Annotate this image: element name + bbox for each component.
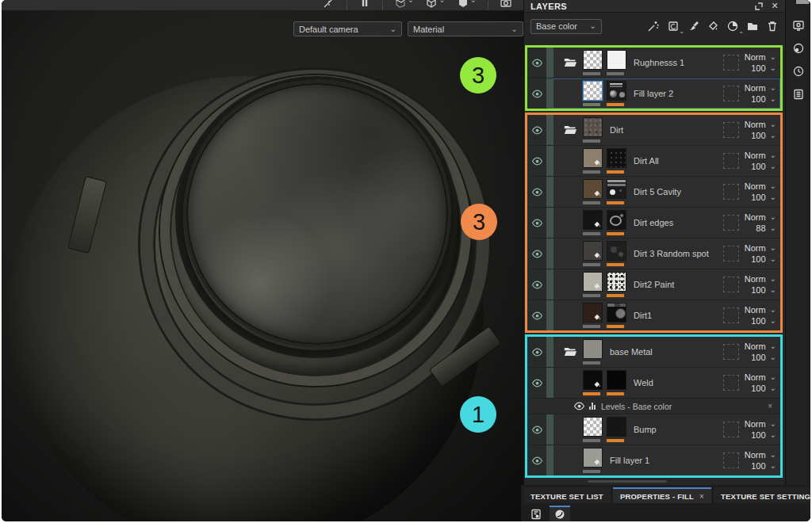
opacity-value[interactable]: 100⌄ (751, 353, 776, 362)
opacity-value[interactable]: 100⌄ (751, 286, 776, 295)
eye-icon[interactable] (573, 400, 585, 412)
layer-thumbnail[interactable] (607, 148, 626, 168)
blend-mode-select[interactable]: Norm⌄ (745, 213, 776, 222)
trash-icon[interactable] (766, 20, 779, 32)
opacity-value[interactable]: 100⌄ (751, 162, 776, 171)
blend-mode-select[interactable]: Norm⌄ (745, 306, 776, 315)
layer-thumbnail[interactable] (583, 241, 603, 261)
opacity-value[interactable]: 88⌄ (756, 224, 776, 233)
blend-mode-select[interactable]: Norm⌄ (745, 420, 776, 429)
opacity-value[interactable]: 100⌄ (751, 317, 776, 326)
blend-mode-select[interactable]: Norm⌄ (745, 244, 776, 253)
layer-visibility-toggle[interactable] (527, 269, 546, 300)
layer-thumbnail[interactable] (583, 272, 603, 292)
magic-wand-icon[interactable] (647, 20, 660, 32)
tab-properties-fill[interactable]: PROPERTIES - FILL × (613, 487, 711, 503)
cube-view-icon[interactable]: ⌄ (425, 0, 445, 10)
layer-visibility-toggle[interactable] (527, 337, 546, 367)
opacity-value[interactable]: 100⌄ (751, 255, 776, 264)
layer-thumbnail[interactable] (583, 210, 603, 230)
layer-row[interactable]: Dirt 5 CavityNorm⌄100⌄ (527, 177, 780, 208)
layer-row[interactable]: Dirt 3 Random spotNorm⌄100⌄ (527, 239, 780, 269)
layer-row[interactable]: Rughnesss 1Norm⌄100⌄ (527, 48, 780, 78)
layer-thumbnail[interactable] (607, 370, 626, 390)
projection-plane-icon[interactable]: ⌄ (394, 0, 414, 10)
opacity-value[interactable]: 100⌄ (751, 193, 776, 202)
blend-mode-select[interactable]: Norm⌄ (745, 275, 776, 284)
layer-visibility-toggle[interactable] (527, 146, 546, 176)
opacity-value[interactable]: 100⌄ (751, 462, 776, 471)
layer-row[interactable]: DirtNorm⌄100⌄ (527, 115, 780, 146)
tab-texture-set-list[interactable]: TEXTURE SET LIST (523, 487, 611, 503)
blend-mode-select[interactable]: Norm⌄ (745, 342, 776, 351)
layer-visibility-toggle[interactable] (527, 78, 546, 109)
layer-thumbnail[interactable] (583, 303, 603, 323)
camera-icon[interactable] (500, 0, 512, 10)
layer-row[interactable]: BumpNorm⌄100⌄ (527, 414, 780, 445)
layer-thumbnail[interactable] (607, 50, 626, 70)
layer-row[interactable]: Fill layer 2Norm⌄100⌄ (527, 78, 780, 109)
log-icon[interactable] (792, 88, 805, 101)
layer-visibility-toggle[interactable] (527, 445, 546, 475)
layer-thumbnail[interactable] (583, 448, 603, 468)
opacity-value[interactable]: 100⌄ (751, 95, 776, 104)
opacity-value[interactable]: 100⌄ (751, 431, 776, 440)
remove-effect-icon[interactable]: × (768, 402, 772, 410)
subtab-properties-list[interactable] (526, 506, 546, 521)
layer-row[interactable]: Dirt edgesNorm⌄88⌄ (527, 208, 780, 239)
close-panel-icon[interactable]: ✕ (771, 1, 779, 11)
display-settings-icon[interactable] (792, 19, 805, 32)
layer-effect-row[interactable]: Levels - Base color× (527, 399, 780, 414)
fill-bucket-icon[interactable] (707, 20, 719, 32)
opacity-value[interactable]: 100⌄ (751, 384, 776, 393)
layer-visibility-toggle[interactable] (527, 48, 546, 78)
transform-stamp-icon[interactable]: ⌄ (667, 20, 680, 32)
layer-thumbnail[interactable] (583, 339, 603, 359)
layer-thumbnail[interactable] (607, 241, 626, 261)
opacity-value[interactable]: 100⌄ (751, 132, 776, 140)
blend-mode-select[interactable]: Norm⌄ (745, 84, 776, 93)
layer-visibility-toggle[interactable] (527, 300, 546, 330)
pause-icon[interactable] (358, 0, 371, 10)
layer-thumbnail[interactable] (607, 81, 626, 101)
blend-mode-select[interactable]: Norm⌄ (745, 53, 776, 62)
blend-mode-select[interactable]: Norm⌄ (745, 451, 776, 460)
camera-select[interactable]: Default camera ⌄ (293, 21, 402, 36)
folder-icon[interactable] (746, 20, 759, 32)
layer-row[interactable]: base MetalNorm⌄100⌄ (527, 337, 780, 368)
layer-thumbnail[interactable] (583, 50, 603, 70)
layer-thumbnail[interactable] (607, 303, 626, 323)
layer-thumbnail[interactable] (607, 272, 626, 292)
symmetry-off-icon[interactable] (323, 0, 335, 10)
blend-mode-select[interactable]: Norm⌄ (745, 182, 776, 191)
viewport-3d[interactable]: ⌄⌄⌄ Default camera ⌄ Material ⌄ (2, 0, 523, 521)
close-tab-icon[interactable]: × (699, 492, 704, 501)
layer-thumbnail[interactable] (583, 117, 603, 137)
layer-row[interactable]: WeldNorm⌄100⌄ (527, 368, 780, 399)
layer-visibility-toggle[interactable] (527, 208, 546, 238)
tab-texture-set-settings[interactable]: TEXTURE SET SETTINGS (714, 487, 810, 503)
layer-row[interactable]: Fill layer 1Norm⌄100⌄ (527, 445, 780, 475)
layer-row[interactable]: Dirt1Norm⌄100⌄ (527, 300, 780, 330)
opacity-value[interactable]: 100⌄ (751, 64, 776, 73)
layer-visibility-toggle[interactable] (527, 414, 546, 445)
layer-thumbnail[interactable] (607, 210, 626, 230)
layer-thumbnail[interactable] (607, 179, 626, 199)
shader-ball-icon[interactable] (792, 42, 805, 55)
horizontal-scrollbar[interactable] (588, 480, 667, 483)
solid-cube-icon[interactable]: ⌄ (457, 0, 477, 10)
layer-thumbnail[interactable] (583, 370, 603, 390)
layer-thumbnail[interactable] (583, 417, 603, 437)
layer-thumbnail[interactable] (583, 81, 603, 101)
brush-icon[interactable] (687, 20, 699, 32)
layer-row[interactable]: Dirt2 PaintNorm⌄100⌄ (527, 269, 780, 300)
detach-panel-icon[interactable] (755, 2, 763, 10)
mask-pie-icon[interactable]: ⌄ (726, 20, 739, 32)
layer-visibility-toggle[interactable] (527, 115, 546, 145)
history-icon[interactable] (792, 65, 805, 78)
shading-mode-select[interactable]: Material ⌄ (408, 21, 523, 36)
blend-mode-select[interactable]: Norm⌄ (745, 120, 776, 129)
layer-thumbnail[interactable] (583, 179, 603, 199)
layer-row[interactable]: Dirt AllNorm⌄100⌄ (527, 146, 780, 177)
blend-mode-select[interactable]: Norm⌄ (745, 151, 776, 160)
